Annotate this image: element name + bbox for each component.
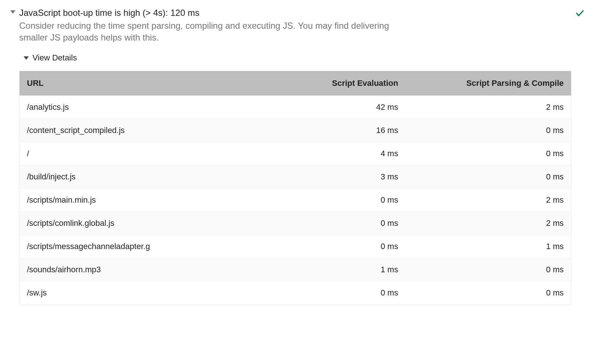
table-cell-eval: 42 ms: [290, 96, 406, 119]
details-table: URL Script Evaluation Script Parsing & C…: [20, 71, 571, 304]
table-cell-parse: 0 ms: [406, 142, 571, 165]
table-header-url: URL: [20, 71, 290, 96]
table-cell-parse: 2 ms: [406, 96, 571, 119]
view-details-toggle[interactable]: View Details: [24, 53, 571, 63]
table-cell-url: /analytics.js: [20, 96, 290, 119]
table-cell-eval: 4 ms: [290, 142, 406, 165]
table-cell-eval: 0 ms: [290, 189, 406, 212]
table-cell-url: /build/inject.js: [20, 165, 290, 189]
table-row: /scripts/main.min.js0 ms2 ms: [20, 189, 571, 212]
table-row: /content_script_compiled.js16 ms0 ms: [20, 119, 571, 142]
details-table-wrap: URL Script Evaluation Script Parsing & C…: [19, 71, 571, 305]
table-cell-url: /sw.js: [20, 281, 290, 305]
checkmark-icon: [575, 8, 585, 21]
table-cell-eval: 0 ms: [290, 235, 406, 258]
table-cell-parse: 1 ms: [406, 235, 571, 258]
table-row: /analytics.js42 ms2 ms: [20, 96, 571, 119]
table-cell-url: /scripts/comlink.global.js: [20, 212, 290, 235]
table-cell-parse: 0 ms: [406, 281, 571, 305]
table-cell-eval: 16 ms: [290, 119, 406, 142]
audit-header-row: JavaScript boot-up time is high (> 4s): …: [10, 7, 585, 305]
table-cell-eval: 1 ms: [290, 258, 406, 281]
chevron-down-icon[interactable]: [10, 10, 15, 14]
table-cell-parse: 2 ms: [406, 212, 571, 235]
table-cell-eval: 0 ms: [290, 281, 406, 305]
table-row: /scripts/messagechanneladapter.g0 ms1 ms: [20, 235, 571, 258]
table-header-parse: Script Parsing & Compile: [406, 71, 571, 96]
audit-content: JavaScript boot-up time is high (> 4s): …: [19, 7, 571, 305]
table-row: /sounds/airhorn.mp31 ms0 ms: [20, 258, 571, 281]
table-cell-url: /scripts/messagechanneladapter.g: [20, 235, 290, 258]
table-row: /build/inject.js3 ms0 ms: [20, 165, 571, 189]
view-details-label: View Details: [32, 53, 77, 63]
table-cell-url: /content_script_compiled.js: [20, 119, 290, 142]
audit-title: JavaScript boot-up time is high (> 4s): …: [19, 7, 571, 19]
table-cell-url: /sounds/airhorn.mp3: [20, 258, 290, 281]
table-header-row: URL Script Evaluation Script Parsing & C…: [20, 71, 571, 96]
table-cell-url: /: [20, 142, 290, 165]
table-cell-parse: 0 ms: [406, 258, 571, 281]
table-cell-eval: 0 ms: [290, 212, 406, 235]
chevron-down-icon: [24, 56, 29, 60]
table-cell-parse: 0 ms: [406, 165, 571, 189]
table-cell-url: /scripts/main.min.js: [20, 189, 290, 212]
table-header-eval: Script Evaluation: [290, 71, 406, 96]
audit-description: Consider reducing the time spent parsing…: [19, 20, 406, 44]
table-cell-parse: 2 ms: [406, 189, 571, 212]
table-row: /scripts/comlink.global.js0 ms2 ms: [20, 212, 571, 235]
table-row: /sw.js0 ms0 ms: [20, 281, 571, 305]
table-cell-eval: 3 ms: [290, 165, 406, 189]
table-row: /4 ms0 ms: [20, 142, 571, 165]
table-cell-parse: 0 ms: [406, 119, 571, 142]
